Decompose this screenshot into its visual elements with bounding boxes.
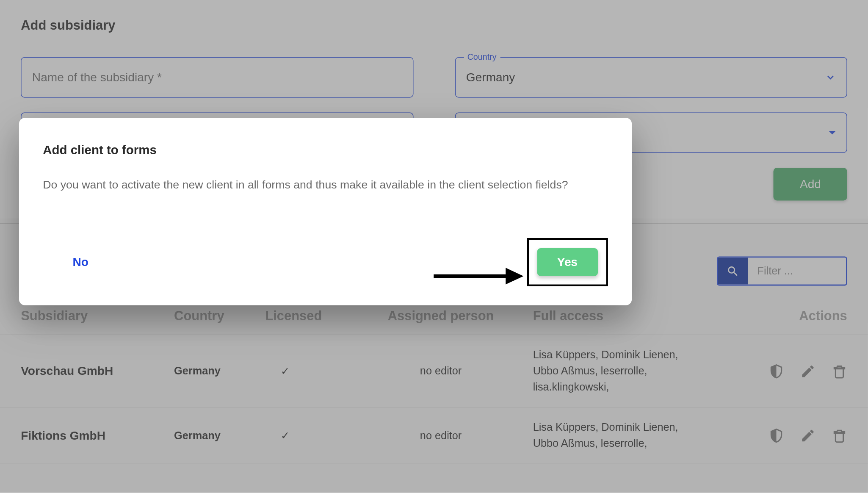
yes-highlight-box: Yes xyxy=(527,238,608,286)
no-button[interactable]: No xyxy=(43,249,118,274)
yes-button[interactable]: Yes xyxy=(537,248,598,276)
modal-body: Do you want to activate the new client i… xyxy=(43,177,608,193)
modal-title: Add client to forms xyxy=(43,143,608,157)
confirm-modal: Add client to forms Do you want to activ… xyxy=(19,118,632,305)
